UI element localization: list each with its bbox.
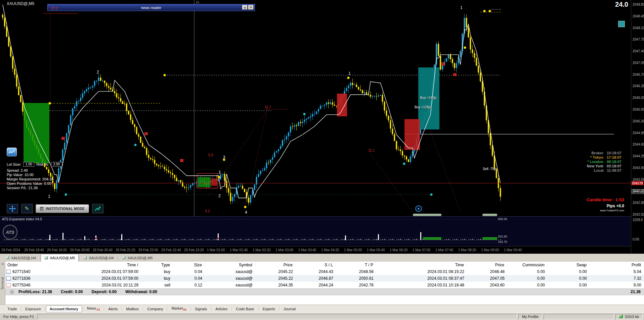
history-cell: 2045.22 [255, 276, 296, 281]
column-header[interactable]: Order [5, 263, 50, 267]
price-scale-label: 2044.25 [633, 154, 644, 158]
chart-tab[interactable]: XAUUSD@,M5 [41, 254, 79, 262]
mini-chart-button[interactable] [7, 148, 17, 156]
column-header[interactable]: Swap [548, 263, 590, 267]
time-axis-label: 29 Feb 21:20 [116, 248, 135, 252]
time-axis[interactable]: 29 Feb 202429 Feb 18:4029 Feb 19:2029 Fe… [0, 246, 631, 254]
terminal-tab-company[interactable]: Company [144, 306, 166, 312]
scroll-marker-icon[interactable]: ▲ [415, 205, 422, 212]
tab-separator [258, 307, 259, 311]
time-axis-label: 29 Feb 22:40 [161, 248, 181, 252]
terminal-tab-market[interactable]: Market99 [168, 305, 190, 312]
main-chart[interactable]: XAUUSD@,M5 Fr 24.0 news reader ▴ ✕ 21312… [0, 0, 631, 216]
clock-label: New York [587, 164, 603, 168]
terminal-tab-signals[interactable]: Signals [191, 306, 210, 312]
terminal-tab-account-history[interactable]: Account History [46, 306, 82, 312]
collapse-button[interactable]: ▴ [242, 5, 248, 10]
terminal-tab-experts[interactable]: Experts [259, 306, 278, 312]
measurement-value: 5.2 [205, 209, 210, 213]
price-scale-label: 2047.75 [633, 38, 644, 41]
chart-toolbar: ✎ INSTITUTIONAL MODE [7, 204, 103, 213]
history-table-header[interactable]: OrderTime /TypeSizeSymbolPriceS / LT / P… [5, 262, 644, 269]
tab-separator [45, 307, 45, 311]
chart-symbol-label: XAUUSD@,M5 [7, 1, 34, 6]
indicator-panel[interactable]: ATS Expansion Index V4.0 ATS 959.00202.5… [0, 216, 631, 246]
order-id: 62775346 [12, 283, 30, 287]
summary-icon [10, 290, 14, 294]
summary-total-profit: 21.36 [631, 289, 644, 294]
column-header[interactable]: Profit [590, 263, 644, 267]
summary-segment: Profit/Loss: 21.36 [18, 289, 52, 294]
pencil-icon: ✎ [25, 206, 29, 211]
profile-cell[interactable]: My Profile [518, 314, 542, 319]
terminal-tab-code-base[interactable]: Code Base [232, 306, 257, 312]
indicator-level-label: 959.00 [498, 217, 507, 221]
help-text: For Help, press F1 [1, 315, 36, 319]
price-scale-label: 2043.55 [633, 178, 644, 181]
terminal-tab-exposure[interactable]: Exposure [22, 306, 44, 312]
clock-row: New York03:18:07 [538, 164, 621, 168]
terminal-tab-bar: TradeExposureAccount HistoryNews43Alerts… [0, 305, 644, 313]
history-row[interactable]: 627715402024.03.01 07:59:00buy0.04xauusd… [5, 268, 644, 275]
column-header[interactable]: Size [173, 263, 205, 267]
history-cell: 0.00 [507, 269, 548, 274]
traffic-label: 315/3 kb [625, 315, 639, 319]
chart-tab[interactable]: XAUUSD@,M5 [118, 254, 156, 262]
terminal-tab-news[interactable]: News43 [84, 305, 103, 312]
order-icon [6, 276, 11, 281]
history-row[interactable]: 627718362024.03.01 07:59:00buy0.04xauusd… [5, 275, 644, 282]
terminal-close-button[interactable]: × [1, 262, 5, 266]
terminal-tab-mailbox[interactable]: Mailbox [123, 306, 142, 312]
history-cell: 0.04 [173, 276, 205, 281]
column-header[interactable]: Price [467, 263, 507, 267]
terminal-tab-journal[interactable]: Journal [280, 306, 299, 312]
zigzag-arrow-icon [94, 206, 101, 212]
price-scale[interactable]: 2043.78 2043.11 2048.802048.452048.10204… [631, 0, 644, 254]
order-icon [6, 270, 11, 274]
history-cell: 2043.60 [467, 283, 507, 287]
column-header[interactable]: Symbol [205, 263, 255, 267]
chart-tab-label: XAUUSD@,H4 [89, 256, 114, 260]
history-row[interactable]: 627753462024.03.01 10:11:29sell0.12xauus… [5, 282, 644, 288]
column-header[interactable]: Time / [50, 263, 141, 267]
column-header[interactable]: Type [141, 263, 173, 267]
crosshair-button[interactable] [7, 204, 18, 213]
history-cell: 2044.43 [296, 269, 336, 274]
ats-logo: ATS [3, 225, 17, 239]
expand-chart-button[interactable] [92, 204, 103, 213]
institutional-mode-label: INSTITUTIONAL MODE [46, 207, 85, 211]
risk-value[interactable]: 2.00 [51, 162, 62, 167]
institutional-mode-button[interactable]: INSTITUTIONAL MODE [36, 204, 89, 213]
clock-label: * Tokyo [590, 155, 603, 159]
column-header[interactable]: S / L [296, 263, 336, 267]
terminal-tab-articles[interactable]: Articles [212, 306, 231, 312]
history-cell: 2024.03.01 07:59:00 [50, 276, 141, 281]
price-scale-label: 2042.85 [633, 201, 644, 205]
column-header[interactable]: Price [255, 263, 296, 267]
news-reader-window[interactable]: news reader ▴ ✕ [47, 4, 255, 11]
terminal-tab-trade[interactable]: Trade [4, 306, 20, 312]
chart-tab[interactable]: XAUUSD@,H4 [80, 254, 117, 262]
column-header[interactable]: Commission [507, 263, 548, 267]
chart-tab[interactable]: XAUUSD@,H4 [2, 254, 40, 262]
wave-number: 2 [218, 194, 221, 198]
summary-segment: Credit: 0.00 [61, 289, 83, 294]
history-cell: xauusd@ [205, 276, 255, 281]
clock-time: 10:18:07 [607, 151, 621, 155]
tab-separator [190, 307, 191, 311]
time-axis-label: 1 Mar 01:40 [230, 248, 248, 252]
time-axis-label: 1 Mar 01:00 [207, 248, 225, 252]
clock-row: * London08:18:07 [538, 160, 621, 164]
close-button[interactable]: ✕ [248, 5, 254, 10]
summary-text: Profit/Loss: 21.36Credit: 0.00Deposit: 0… [18, 289, 157, 294]
draw-button[interactable]: ✎ [21, 204, 33, 213]
tab-separator [143, 307, 143, 311]
lot-size-value[interactable]: 1.00 [23, 162, 34, 167]
column-header[interactable]: T / P [336, 263, 376, 267]
column-header[interactable]: Time [376, 263, 467, 267]
candlestick-chart[interactable] [0, 0, 631, 216]
terminal-tab-alerts[interactable]: Alerts [105, 306, 121, 312]
candle-timer: Candle time:1:53 [551, 197, 624, 202]
tab-separator [211, 307, 211, 311]
wave-number: 1 [218, 170, 221, 175]
